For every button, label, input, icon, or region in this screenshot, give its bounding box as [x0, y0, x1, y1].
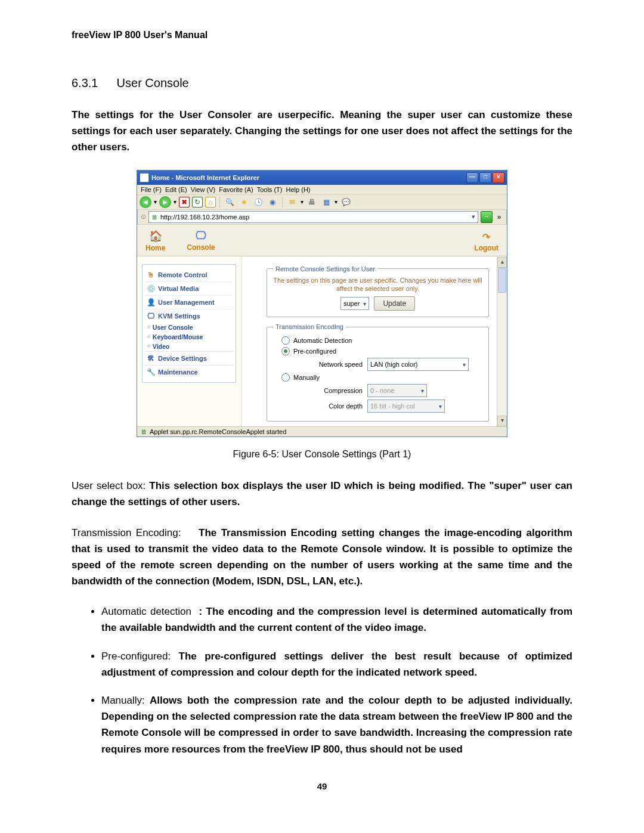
fs2-legend: Transmission Encoding — [273, 323, 346, 330]
opt-preconfigured[interactable]: Pre-configured — [281, 347, 482, 355]
page-number: 49 — [72, 781, 572, 791]
fs-remote-console-settings: Remote Console Settings for User The set… — [267, 265, 489, 318]
intro-paragraph: The settings for the User Consoler are u… — [72, 107, 572, 156]
side-menu: 🖱Remote Control 💿Virtual Media 👤User Man… — [142, 264, 236, 383]
print-icon[interactable]: 🖶 — [306, 196, 318, 208]
nav-console[interactable]: 🖵 Console — [187, 230, 215, 252]
status-text: Applet sun.pp.rc.RemoteConsoleApplet sta… — [150, 428, 286, 435]
history-icon[interactable]: 🕓 — [252, 196, 264, 208]
status-bar: 🗎 Applet sun.pp.rc.RemoteConsoleApplet s… — [137, 426, 507, 436]
address-row: ⊙ 🗎 http://192.168.10.23/home.asp ▾ → » — [137, 210, 507, 225]
menu-tools[interactable]: Tools (T) — [257, 186, 283, 193]
fs-transmission-encoding: Transmission Encoding Automatic Detectio… — [267, 323, 489, 422]
bullet-list: Automatic detection : The encoding and t… — [72, 603, 572, 757]
edit-icon[interactable]: ▦ — [320, 196, 332, 208]
address-dropdown-icon[interactable]: ▾ — [472, 213, 475, 221]
submenu-user-console[interactable]: User Console — [145, 323, 233, 332]
titlebar: Home - Microsoft Internet Explorer — □ × — [137, 171, 507, 185]
color-depth-row: Color depth 16 bit - high col▾ — [309, 400, 482, 413]
mail-icon[interactable]: ✉ — [286, 196, 298, 208]
bullet-preconfigured: Pre-configured: The pre-configured setti… — [101, 648, 572, 680]
menu-view[interactable]: View (V) — [191, 186, 215, 193]
menu-device-settings[interactable]: 🛠Device Settings — [145, 351, 233, 366]
main-panel: Remote Console Settings for User The set… — [241, 257, 507, 427]
logout-icon: ↷ — [474, 231, 499, 243]
user-select-value: super — [343, 300, 360, 307]
transmission-encoding-paragraph: Transmission Encoding: The Transmission … — [72, 525, 572, 590]
kvm-icon: 🖵 — [146, 311, 156, 321]
radio-icon — [281, 373, 290, 382]
stop-icon[interactable]: ✖ — [179, 197, 190, 208]
vmedia-icon: 💿 — [146, 284, 156, 293]
menubar[interactable]: File (F) Edit (E) View (V) Favorite (A) … — [137, 185, 507, 194]
close-button[interactable]: × — [493, 172, 504, 183]
search-icon[interactable]: 🔍 — [224, 196, 236, 208]
content-area: 🖱Remote Control 💿Virtual Media 👤User Man… — [137, 256, 507, 427]
remote-icon: 🖱 — [146, 270, 156, 280]
color-depth-select: 16 bit - high col▾ — [367, 400, 445, 413]
back-icon[interactable]: ◄ — [140, 196, 151, 208]
menu-maintenance[interactable]: 🔧Maintenance — [145, 366, 233, 379]
home-icon[interactable]: ⌂ — [205, 197, 216, 208]
window-buttons: — □ × — [466, 172, 504, 183]
scroll-thumb[interactable] — [498, 268, 506, 293]
app-topbar: 🏠 Home 🖵 Console ↷ Logout — [137, 225, 507, 256]
vertical-scrollbar[interactable]: ▴ ▾ — [497, 257, 507, 427]
network-speed-label: Network speed — [309, 361, 363, 368]
radio-selected-icon — [281, 347, 290, 355]
screenshot-figure: Home - Microsoft Internet Explorer — □ ×… — [72, 170, 572, 438]
media-icon[interactable]: ◉ — [267, 196, 278, 208]
go-button[interactable]: → — [481, 211, 493, 223]
nav-home[interactable]: 🏠 Home — [145, 230, 165, 252]
menu-edit[interactable]: Edit (E) — [165, 186, 187, 193]
menu-favorite[interactable]: Favorite (A) — [219, 186, 253, 193]
refresh-icon[interactable]: ↻ — [192, 197, 203, 208]
menu-file[interactable]: File (F) — [141, 186, 162, 193]
devset-icon: 🛠 — [146, 354, 156, 363]
console-glyph-icon: 🖵 — [187, 230, 215, 242]
menu-user-management[interactable]: 👤User Management — [145, 296, 233, 309]
menu-virtual-media[interactable]: 💿Virtual Media — [145, 282, 233, 296]
window-title: Home - Microsoft Internet Explorer — [151, 174, 466, 181]
maint-icon: 🔧 — [146, 367, 156, 377]
network-speed-row: Network speed LAN (high color)▾ — [309, 358, 482, 371]
opt-manually[interactable]: Manually — [281, 373, 482, 382]
user-select[interactable]: super ▾ — [340, 297, 370, 310]
forward-icon[interactable]: ► — [159, 196, 171, 208]
chevron-down-icon: ▾ — [363, 301, 366, 307]
update-button[interactable]: Update — [374, 296, 415, 311]
minimize-button[interactable]: — — [466, 172, 478, 183]
chevron-down-icon: ▾ — [421, 388, 424, 394]
app-body: 🏠 Home 🖵 Console ↷ Logout — [137, 225, 507, 427]
section-heading: 6.3.1 User Console — [72, 76, 572, 90]
discuss-icon[interactable]: 💬 — [340, 196, 352, 208]
favorites-icon[interactable]: ★ — [238, 196, 250, 208]
color-depth-label: Color depth — [309, 402, 363, 410]
links-chevron-icon[interactable]: » — [495, 213, 503, 221]
user-select-paragraph: User select box: This selection box disp… — [72, 478, 572, 510]
scroll-down-icon[interactable]: ▾ — [497, 416, 507, 426]
address-field[interactable]: 🗎 http://192.168.10.23/home.asp ▾ — [148, 211, 478, 223]
opt-automatic[interactable]: Automatic Detection — [281, 336, 482, 345]
radio-icon — [281, 336, 290, 345]
scroll-up-icon[interactable]: ▴ — [497, 257, 507, 268]
fs1-legend: Remote Console Settings for User — [273, 265, 377, 272]
maximize-button[interactable]: □ — [479, 172, 491, 183]
compression-label: Compression — [309, 387, 363, 394]
figure-caption: Figure 6-5: User Console Settings (Part … — [72, 449, 572, 460]
submenu-keyboard-mouse[interactable]: Keyboard/Mouse — [145, 332, 233, 342]
status-icon: 🗎 — [141, 428, 147, 435]
bullet-manually: Manually: Allows both the compression ra… — [101, 692, 572, 757]
nav-logout[interactable]: ↷ Logout — [474, 231, 499, 252]
ie-window: Home - Microsoft Internet Explorer — □ ×… — [137, 170, 507, 438]
submenu-video[interactable]: Video — [145, 342, 233, 351]
section-title: User Console — [117, 76, 189, 89]
address-value: http://192.168.10.23/home.asp — [160, 213, 249, 221]
ie-icon — [140, 173, 149, 182]
menu-remote-control[interactable]: 🖱Remote Control — [145, 268, 233, 282]
menu-kvm-settings[interactable]: 🖵KVM Settings — [145, 309, 233, 323]
network-speed-select[interactable]: LAN (high color)▾ — [367, 358, 469, 371]
chevron-down-icon: ▾ — [463, 361, 466, 368]
menu-help[interactable]: Help (H) — [286, 186, 311, 193]
home-glyph-icon: 🏠 — [145, 230, 165, 243]
